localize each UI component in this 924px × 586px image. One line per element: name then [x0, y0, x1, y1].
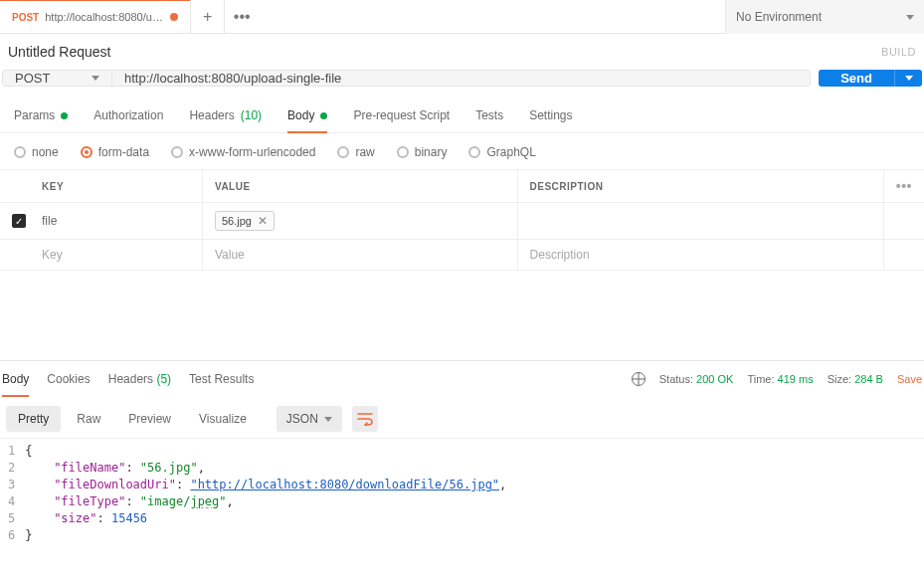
colon: :	[176, 478, 190, 491]
tab-label: Body	[287, 108, 314, 122]
table-row: ✓ file 56.jpg ✕	[0, 203, 924, 240]
tab-prerequest[interactable]: Pre-request Script	[353, 100, 450, 132]
send-button[interactable]: Send	[819, 70, 894, 87]
line-number: 1	[8, 443, 15, 460]
tab-options-button[interactable]: •••	[225, 0, 259, 34]
row-checkbox[interactable]: ✓	[12, 214, 26, 228]
request-bar: POST Send	[0, 70, 924, 97]
col-key: KEY	[30, 170, 202, 203]
placeholder-value[interactable]: Value	[202, 240, 517, 271]
bodytype-binary[interactable]: binary	[397, 145, 448, 159]
size-label: Size:	[828, 373, 851, 385]
caret-down-icon	[324, 417, 332, 422]
cell-description[interactable]	[517, 203, 883, 240]
send-group: Send	[819, 70, 922, 87]
tab-actions: + •••	[191, 0, 259, 33]
resp-tab-body[interactable]: Body	[2, 362, 29, 396]
tab-authorization[interactable]: Authorization	[93, 100, 163, 132]
tab-tests[interactable]: Tests	[475, 100, 503, 132]
bodytype-raw[interactable]: raw	[337, 145, 374, 159]
radio-label: raw	[355, 145, 374, 159]
bulk-edit-icon[interactable]: •••	[896, 178, 912, 194]
tab-method: POST	[12, 12, 39, 23]
json-url[interactable]: "http://localhost:8080/downloadFile/56.j…	[190, 478, 499, 491]
radio-icon	[171, 146, 183, 158]
tab-count: (5)	[156, 372, 171, 386]
response-toolbar: Pretty Raw Preview Visualize JSON	[0, 396, 924, 439]
radio-label: binary	[415, 145, 448, 159]
new-tab-button[interactable]: +	[191, 0, 225, 34]
caret-down-icon	[92, 76, 99, 81]
view-raw[interactable]: Raw	[65, 406, 112, 432]
line-number: 2	[8, 460, 15, 477]
url-input[interactable]	[112, 71, 810, 86]
view-preview[interactable]: Preview	[116, 406, 183, 432]
tab-label: Test Results	[189, 372, 254, 386]
bodytype-graphql[interactable]: GraphQL	[468, 145, 535, 159]
size-value: 284 B	[854, 373, 883, 385]
table-row-placeholder[interactable]: Key Value Description	[0, 240, 924, 271]
json-key: "size"	[54, 511, 96, 525]
json-key: "fileName"	[54, 461, 125, 475]
radio-icon	[337, 146, 349, 158]
response-body[interactable]: 1 2 3 4 5 6 { "fileName": "56.jpg", "fil…	[0, 439, 924, 544]
bodytype-none[interactable]: none	[14, 145, 59, 159]
json-string: "image/	[140, 494, 191, 508]
time-label: Time:	[747, 373, 774, 385]
cell-key[interactable]: file	[30, 203, 202, 240]
method-select[interactable]: POST	[3, 71, 112, 86]
placeholder-key[interactable]: Key	[30, 240, 202, 271]
formdata-table: KEY VALUE DESCRIPTION ••• ✓ file 56.jpg …	[0, 170, 924, 271]
tab-settings[interactable]: Settings	[529, 100, 572, 132]
remove-file-icon[interactable]: ✕	[258, 214, 268, 228]
line-number: 3	[8, 477, 15, 493]
send-options-button[interactable]	[894, 70, 922, 87]
tab-title: http://localhost:8080/upload-s...	[45, 11, 164, 23]
json-string: "	[219, 494, 226, 508]
line-number: 5	[8, 510, 15, 527]
file-name: 56.jpg	[222, 215, 252, 227]
build-label: BUILD	[881, 46, 916, 58]
request-tab[interactable]: POST http://localhost:8080/upload-s...	[0, 0, 191, 33]
bodytype-formdata[interactable]: form-data	[81, 145, 149, 159]
tab-label: Body	[2, 372, 29, 386]
ellipsis-icon: •••	[234, 8, 251, 26]
status-value: 200 OK	[696, 373, 733, 385]
request-tabs: Params Authorization Headers (10) Body P…	[0, 97, 924, 133]
radio-icon	[397, 146, 409, 158]
radio-label: x-www-form-urlencoded	[189, 145, 315, 159]
resp-tab-cookies[interactable]: Cookies	[47, 362, 90, 396]
view-pretty[interactable]: Pretty	[6, 406, 61, 432]
environment-select[interactable]: No Environment	[725, 0, 924, 34]
placeholder-description[interactable]: Description	[517, 240, 883, 271]
bodytype-xform[interactable]: x-www-form-urlencoded	[171, 145, 315, 159]
body-type-selector: none form-data x-www-form-urlencoded raw…	[0, 133, 924, 170]
size-group: Size: 284 B	[828, 373, 883, 385]
resp-tab-headers[interactable]: Headers (5)	[108, 362, 171, 396]
json-string: "56.jpg"	[140, 461, 198, 475]
radio-icon	[468, 146, 480, 158]
file-chip: 56.jpg ✕	[215, 211, 275, 231]
tab-label: Authorization	[93, 108, 163, 122]
caret-down-icon	[905, 76, 913, 81]
tab-body[interactable]: Body	[287, 100, 327, 132]
colon: :	[125, 461, 139, 475]
wrap-lines-button[interactable]	[352, 406, 378, 432]
save-response-link[interactable]: Save	[897, 373, 922, 385]
json-key: "fileDownloadUri"	[54, 478, 176, 491]
resp-tab-tests[interactable]: Test Results	[189, 362, 254, 396]
globe-icon[interactable]	[632, 372, 646, 386]
line-number: 6	[8, 527, 15, 544]
radio-icon	[14, 146, 26, 158]
tab-count: (10)	[241, 108, 262, 122]
view-visualize[interactable]: Visualize	[187, 406, 259, 432]
request-title[interactable]: Untitled Request	[8, 44, 111, 60]
cell-value[interactable]: 56.jpg ✕	[202, 203, 517, 240]
format-select[interactable]: JSON	[277, 406, 342, 432]
plus-icon: +	[203, 8, 212, 26]
tab-params[interactable]: Params	[14, 100, 68, 132]
tab-headers[interactable]: Headers (10)	[189, 100, 262, 132]
radio-label: GraphQL	[486, 145, 535, 159]
method-value: POST	[15, 71, 50, 86]
format-label: JSON	[286, 412, 318, 426]
